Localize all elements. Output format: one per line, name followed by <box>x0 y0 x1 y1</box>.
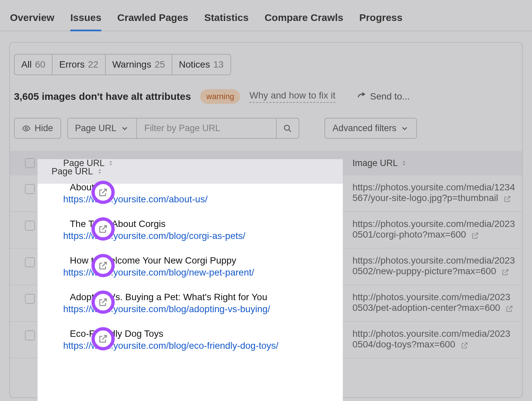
external-link-highlight <box>91 291 115 314</box>
advanced-filters-button[interactable]: Advanced filters <box>325 118 417 139</box>
th-image-url[interactable]: Image URL <box>349 158 522 168</box>
external-link-highlight <box>91 327 115 350</box>
chip-label: All <box>21 59 32 70</box>
search-button[interactable] <box>277 118 299 139</box>
table-header: Page URL Image URL <box>10 151 522 175</box>
external-link-icon[interactable] <box>505 304 513 312</box>
results-table: Page URL Image URL About Us htt <box>10 151 522 358</box>
column-select-label: Page URL <box>75 123 117 133</box>
send-to-label: Send to... <box>370 91 410 102</box>
tab-overview[interactable]: Overview <box>10 12 54 31</box>
chip-warnings[interactable]: Warnings 25 <box>106 54 172 75</box>
issue-headline-row: 3,605 images don't have alt attributes w… <box>14 89 522 104</box>
row-checkbox[interactable] <box>25 294 35 304</box>
toolbar: Hide Page URL Advanced filters <box>14 118 522 139</box>
row-page-title: Eco-Friendly Dog Toys <box>70 328 163 339</box>
tab-compare-crawls[interactable]: Compare Crawls <box>265 12 343 31</box>
chevron-down-icon <box>400 124 409 133</box>
sort-icon <box>107 160 114 166</box>
column-select[interactable]: Page URL <box>67 118 137 139</box>
send-to-button[interactable]: Send to... <box>357 91 410 102</box>
th-checkbox <box>10 158 50 168</box>
hide-button[interactable]: Hide <box>14 118 61 139</box>
tab-statistics[interactable]: Statistics <box>204 12 248 31</box>
th-page-url[interactable]: Page URL <box>50 158 349 168</box>
row-image-url: https://photos.yoursite.com/media/202305… <box>352 219 515 240</box>
chip-label: Notices <box>179 59 210 70</box>
chip-errors[interactable]: Errors 22 <box>53 54 105 75</box>
search-icon <box>283 124 292 133</box>
row-checkbox[interactable] <box>25 221 35 231</box>
status-badge: warning <box>200 89 240 104</box>
external-link-icon[interactable] <box>98 224 108 234</box>
eye-icon <box>22 124 31 133</box>
sort-icon <box>401 160 407 166</box>
filter-chip-row: All 60 Errors 22 Warnings 25 Notices 13 <box>14 54 522 75</box>
table-row: How to Welcome Your New Corgi Puppy http… <box>10 249 522 285</box>
external-link-highlight <box>91 181 115 204</box>
row-image-url: http://photos.yoursite.com/media/2023050… <box>352 328 510 349</box>
advanced-label: Advanced filters <box>332 123 396 133</box>
chip-count: 25 <box>155 59 165 70</box>
tab-issues[interactable]: Issues <box>70 12 101 31</box>
table-row: Eco-Friendly Dog Toys https://www.yoursi… <box>10 322 522 358</box>
select-all-checkbox[interactable] <box>25 158 35 168</box>
chip-count: 22 <box>88 59 98 70</box>
table-row: About Us https://www.yoursite.com/about-… <box>10 175 522 212</box>
chip-notices[interactable]: Notices 13 <box>172 54 231 75</box>
external-link-icon[interactable] <box>501 268 509 276</box>
chevron-down-icon <box>120 124 129 133</box>
row-image-url: https://photos.yoursite.com/media/202305… <box>352 255 515 276</box>
row-checkbox[interactable] <box>25 184 35 194</box>
external-link-icon[interactable] <box>471 231 479 239</box>
chip-label: Errors <box>59 59 84 70</box>
external-link-icon[interactable] <box>503 195 511 203</box>
share-arrow-icon <box>357 92 366 101</box>
external-link-icon[interactable] <box>98 261 108 271</box>
external-link-highlight <box>91 217 115 241</box>
th-page-url-label: Page URL <box>63 158 105 168</box>
issues-panel: All 60 Errors 22 Warnings 25 Notices 13 … <box>9 42 523 398</box>
row-checkbox[interactable] <box>25 330 35 340</box>
external-link-icon[interactable] <box>98 334 108 344</box>
top-nav-tabs: Overview Issues Crawled Pages Statistics… <box>0 0 532 31</box>
external-link-highlight <box>91 254 115 277</box>
row-page-title: The Truth About Corgis <box>70 219 166 229</box>
row-image-url: https://photos.yoursite.com/media/123456… <box>352 182 515 203</box>
chip-count: 13 <box>213 59 223 70</box>
table-row: The Truth About Corgis https://www.yours… <box>10 212 522 249</box>
external-link-icon[interactable] <box>98 187 108 197</box>
hide-label: Hide <box>35 123 53 133</box>
tab-crawled-pages[interactable]: Crawled Pages <box>117 12 188 31</box>
chip-all[interactable]: All 60 <box>14 54 53 75</box>
svg-point-1 <box>284 125 289 130</box>
row-image-url: http://photos.yoursite.com/media/2023050… <box>352 292 510 313</box>
why-and-how-link[interactable]: Why and how to fix it <box>249 90 335 103</box>
svg-point-0 <box>25 127 28 129</box>
th-image-url-label: Image URL <box>352 158 398 168</box>
table-row: Adopting Vs. Buying a Pet: What's Right … <box>10 285 522 322</box>
row-checkbox[interactable] <box>25 257 35 267</box>
chip-count: 60 <box>35 59 45 70</box>
column-filter-group: Page URL <box>67 118 300 139</box>
chip-label: Warnings <box>112 59 151 70</box>
issue-headline: 3,605 images don't have alt attributes <box>14 91 191 102</box>
external-link-icon[interactable] <box>98 297 108 307</box>
external-link-icon[interactable] <box>461 341 468 349</box>
tab-progress[interactable]: Progress <box>359 12 402 31</box>
filter-input[interactable] <box>137 118 277 139</box>
